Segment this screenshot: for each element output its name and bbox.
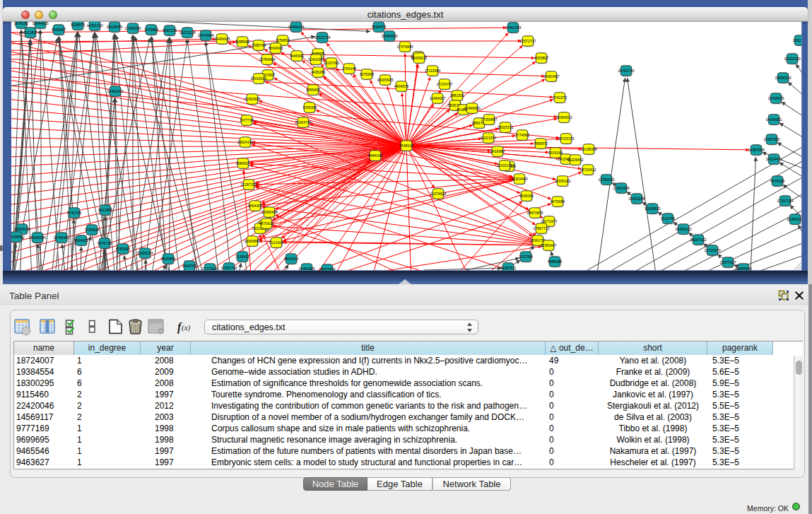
svg-text:9308575: 9308575 [71, 23, 85, 27]
svg-text:5594478: 5594478 [372, 25, 386, 29]
svg-text:15445909: 15445909 [381, 34, 397, 38]
svg-text:13765491: 13765491 [53, 235, 69, 240]
svg-text:3703859: 3703859 [144, 28, 158, 32]
svg-text:18325311: 18325311 [498, 125, 514, 129]
svg-text:19436144: 19436144 [288, 25, 304, 29]
svg-text:13624162: 13624162 [237, 140, 253, 144]
svg-text:6582326: 6582326 [163, 28, 177, 33]
svg-text:6605000: 6605000 [519, 194, 534, 198]
svg-text:14357000: 14357000 [763, 137, 779, 141]
svg-text:10322734: 10322734 [314, 35, 330, 40]
svg-text:24360487: 24360487 [543, 74, 559, 78]
svg-text:19766045: 19766045 [767, 96, 784, 100]
svg-text:24169122: 24169122 [675, 227, 691, 231]
svg-text:13038362: 13038362 [8, 235, 24, 239]
svg-text:23908384: 23908384 [29, 235, 45, 240]
svg-text:17867713: 17867713 [533, 226, 549, 230]
svg-text:11464027: 11464027 [430, 96, 446, 100]
svg-text:11002230: 11002230 [497, 163, 513, 168]
svg-text:23836310: 23836310 [775, 76, 791, 80]
svg-text:17157224: 17157224 [777, 199, 793, 203]
svg-text:4435289: 4435289 [311, 70, 325, 74]
svg-text:17376846: 17376846 [396, 45, 413, 49]
svg-text:2764144: 2764144 [342, 66, 356, 71]
svg-text:9816313: 9816313 [284, 257, 298, 261]
svg-text:20018102: 20018102 [250, 76, 266, 81]
svg-text:6076731: 6076731 [98, 241, 112, 245]
svg-text:8004930: 8004930 [269, 46, 283, 50]
svg-text:14224473: 14224473 [765, 157, 782, 161]
svg-text:8829459: 8829459 [161, 257, 175, 261]
svg-text:8321837: 8321837 [23, 30, 37, 35]
svg-text:22977027: 22977027 [719, 260, 736, 264]
svg-text:14436625: 14436625 [213, 37, 230, 41]
svg-text:21604736: 21604736 [295, 120, 311, 124]
svg-text:18297022: 18297022 [690, 238, 706, 242]
svg-text:14166051: 14166051 [765, 117, 782, 122]
svg-text:24702740: 24702740 [618, 69, 634, 73]
svg-text:4870621: 4870621 [259, 221, 273, 226]
svg-text:5919164: 5919164 [548, 151, 563, 155]
svg-text:4474128: 4474128 [770, 179, 784, 183]
svg-text:16636011: 16636011 [411, 56, 428, 60]
svg-text:14387508: 14387508 [748, 148, 764, 152]
svg-text:18720412: 18720412 [579, 168, 596, 172]
svg-text:6445991: 6445991 [290, 54, 304, 58]
svg-text:1137358: 1137358 [519, 255, 533, 259]
svg-text:21157062: 21157062 [324, 61, 340, 65]
svg-text:21593605: 21593605 [244, 97, 260, 101]
svg-text:19171977: 19171977 [541, 219, 557, 223]
svg-text:5984527: 5984527 [236, 161, 250, 165]
svg-text:8484036: 8484036 [368, 153, 382, 158]
svg-text:11690833: 11690833 [645, 206, 661, 211]
svg-text:4053807: 4053807 [534, 56, 548, 60]
svg-text:5210796: 5210796 [661, 216, 675, 221]
svg-text:15784984: 15784984 [259, 57, 275, 62]
svg-text:17119384: 17119384 [425, 69, 441, 73]
svg-text:20003258: 20003258 [628, 197, 645, 201]
svg-text:22283226: 22283226 [787, 217, 803, 221]
svg-text:2811700: 2811700 [793, 38, 807, 42]
svg-text:8475684: 8475684 [551, 199, 565, 204]
svg-text:17059887: 17059887 [481, 117, 497, 122]
svg-text:9464365: 9464365 [248, 204, 262, 208]
svg-text:5339937: 5339937 [52, 28, 66, 32]
svg-text:3784504: 3784504 [85, 228, 99, 232]
svg-text:13390093: 13390093 [598, 177, 614, 182]
svg-text:17234797: 17234797 [436, 82, 452, 86]
svg-text:8783180: 8783180 [116, 247, 130, 251]
svg-text:6075608: 6075608 [360, 72, 374, 76]
svg-text:14118095: 14118095 [107, 25, 123, 29]
svg-text:22287253: 22287253 [240, 182, 257, 187]
svg-text:10342260: 10342260 [107, 89, 123, 93]
svg-text:1855667: 1855667 [306, 88, 320, 92]
svg-text:12935182: 12935182 [554, 179, 570, 183]
svg-text:14351230: 14351230 [86, 23, 102, 28]
svg-text:3259810: 3259810 [276, 38, 290, 42]
svg-text:7395794: 7395794 [252, 43, 266, 47]
svg-text:3088690: 3088690 [235, 40, 249, 44]
svg-text:18725376: 18725376 [558, 136, 574, 141]
svg-text:19462304: 19462304 [505, 25, 521, 30]
svg-text:12496950: 12496950 [464, 106, 480, 110]
svg-text:13138398: 13138398 [580, 147, 596, 151]
svg-text:16909883: 16909883 [244, 239, 260, 243]
svg-text:3359399: 3359399 [302, 105, 317, 110]
svg-text:7118411: 7118411 [235, 255, 249, 259]
svg-text:1774963: 1774963 [515, 133, 529, 137]
svg-text:7977734: 7977734 [240, 118, 254, 122]
svg-text:21576524: 21576524 [430, 192, 446, 196]
svg-text:21722973: 21722973 [704, 248, 720, 252]
svg-text:6416980: 6416980 [490, 149, 505, 153]
svg-text:19005935: 19005935 [377, 78, 393, 82]
svg-text:22355447: 22355447 [540, 243, 556, 247]
svg-text:3881811: 3881811 [450, 93, 464, 98]
svg-text:4404579: 4404579 [394, 84, 408, 88]
svg-text:12656458: 12656458 [261, 210, 277, 214]
svg-text:(x): (x) [182, 323, 191, 332]
svg-text:23096153: 23096153 [136, 251, 153, 255]
svg-text:7548014: 7548014 [399, 144, 413, 148]
svg-text:15057511: 15057511 [500, 266, 517, 270]
svg-text:17660000: 17660000 [124, 26, 141, 30]
svg-text:24221571: 24221571 [480, 136, 496, 140]
